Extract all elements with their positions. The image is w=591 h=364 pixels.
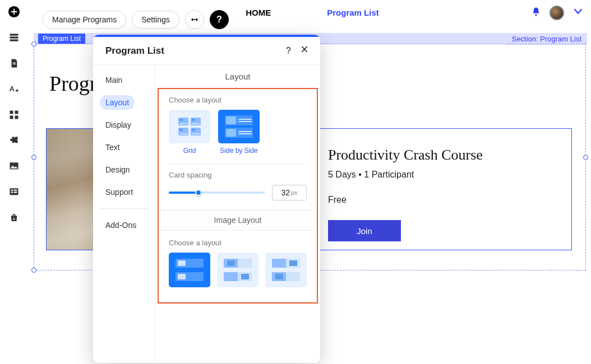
svg-rect-13 (11, 190, 13, 191)
card-spacing-input[interactable]: 32 px (272, 185, 307, 200)
svg-rect-2 (10, 36, 19, 38)
tabs-divider (100, 208, 148, 209)
panel-tabs: Main Layout Display Text Design Support … (93, 65, 155, 363)
tab-support[interactable]: Support (100, 185, 148, 199)
program-meta: 5 Days • 1 Participant (328, 170, 414, 180)
tab-main[interactable]: Main (100, 73, 148, 87)
text-style-icon[interactable]: A (8, 83, 20, 95)
image-layout-header: Image Layout (159, 209, 317, 231)
section-label[interactable]: Section: Program List (506, 33, 587, 45)
panel-help-icon[interactable]: ? (286, 46, 291, 56)
layout-option-sidebyside-label: Side by Side (220, 147, 257, 155)
svg-rect-8 (15, 111, 19, 114)
puzzle-icon[interactable] (8, 134, 20, 147)
svg-text:A: A (10, 85, 15, 93)
svg-rect-10 (15, 116, 19, 119)
nav-program-list[interactable]: Program List (327, 8, 379, 17)
help-icon[interactable]: ? (210, 10, 229, 29)
chevron-down-icon[interactable] (572, 5, 584, 21)
choose-layout-label: Choose a layout (169, 96, 307, 104)
panel-body: Main Layout Display Text Design Support … (93, 65, 320, 363)
svg-rect-5 (13, 64, 16, 64)
layout-options: Grid Side by Side (169, 110, 307, 155)
document-icon[interactable] (8, 57, 20, 69)
svg-point-18 (535, 14, 537, 16)
panel-content: Layout Choose a layout Grid (155, 65, 320, 363)
avatar[interactable] (550, 6, 564, 20)
program-price: Free (328, 195, 347, 205)
card-spacing-label: Card spacing (169, 171, 307, 179)
data-icon[interactable] (8, 186, 20, 198)
svg-rect-1 (10, 34, 19, 35)
resize-handle[interactable] (31, 268, 36, 273)
stretch-icon[interactable] (185, 10, 204, 29)
nav-home[interactable]: HOME (246, 8, 271, 17)
layout-option-grid-label: Grid (183, 147, 196, 155)
element-toolbar: Manage Programs Settings ? (43, 10, 229, 29)
image-layout-options (169, 253, 307, 287)
tab-design[interactable]: Design (100, 162, 148, 177)
add-icon[interactable] (8, 6, 20, 18)
card-spacing-slider[interactable] (169, 192, 265, 194)
program-list-chip[interactable]: Program List (38, 34, 85, 44)
layout-section-header: Layout (155, 65, 320, 88)
resize-handle[interactable] (31, 41, 36, 46)
divider (159, 302, 317, 302)
choose-image-layout-label: Choose a layout (169, 239, 307, 247)
svg-rect-7 (10, 111, 13, 114)
card-spacing-control: 32 px (169, 185, 307, 200)
layout-option-sidebyside[interactable]: Side by Side (218, 110, 260, 155)
join-button[interactable]: Join (328, 220, 401, 241)
pages-icon[interactable] (8, 31, 20, 44)
settings-panel: Program List ? Main Layout Display Text … (93, 35, 320, 363)
resize-handle[interactable] (31, 155, 36, 160)
image-layout-option-3[interactable] (265, 253, 307, 287)
svg-text:A: A (13, 217, 16, 221)
left-toolbar: A A (0, 0, 28, 364)
tab-display[interactable]: Display (100, 118, 148, 132)
manage-programs-button[interactable]: Manage Programs (43, 11, 126, 29)
svg-rect-15 (11, 192, 13, 193)
resize-handle[interactable] (583, 155, 588, 160)
image-layout-option-1[interactable] (169, 253, 210, 287)
apps-icon[interactable] (8, 109, 20, 121)
panel-title: Program List (105, 45, 286, 57)
store-icon[interactable]: A (8, 212, 20, 224)
highlighted-settings-area: Choose a layout Grid (158, 88, 318, 304)
notifications-icon[interactable] (530, 6, 542, 20)
tab-text[interactable]: Text (100, 140, 148, 155)
close-icon[interactable] (300, 45, 309, 57)
panel-header: Program List ? (93, 37, 320, 65)
svg-rect-3 (10, 39, 19, 41)
settings-button[interactable]: Settings (132, 11, 179, 29)
tab-layout[interactable]: Layout (100, 95, 135, 110)
svg-rect-9 (10, 116, 13, 119)
card-spacing-value: 32 (281, 188, 290, 197)
program-title: Productivity Crash Course (328, 147, 483, 164)
image-icon[interactable] (8, 160, 20, 172)
tab-addons[interactable]: Add-Ons (100, 218, 148, 232)
svg-rect-4 (13, 63, 16, 63)
image-layout-option-2[interactable] (217, 253, 258, 287)
card-spacing-unit: px (291, 189, 298, 196)
svg-rect-14 (14, 190, 17, 191)
layout-option-grid[interactable]: Grid (169, 110, 210, 155)
svg-rect-16 (14, 192, 17, 193)
